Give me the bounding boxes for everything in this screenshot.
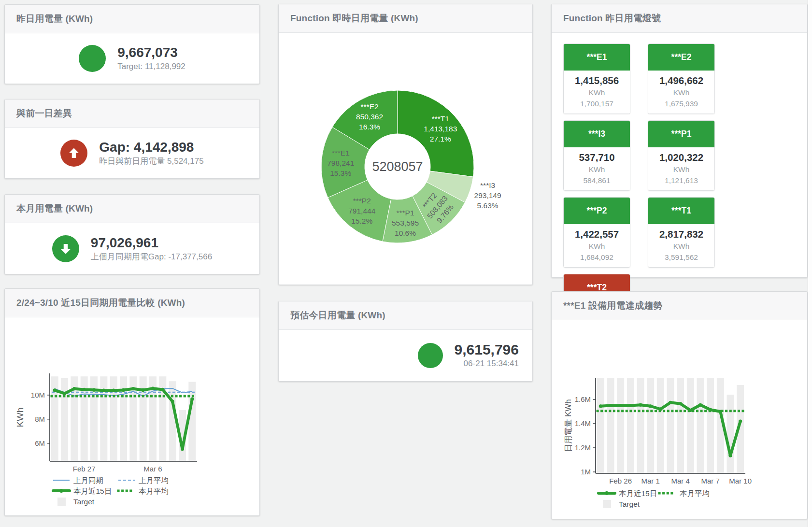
arrow-down-icon xyxy=(52,235,79,262)
tile-body: 1,422,557KWh1,684,092 xyxy=(564,224,630,267)
tile-value: 1,496,662 xyxy=(649,74,713,87)
stat-subtitle: 昨日與前日用電量 5,524,175 xyxy=(99,156,203,167)
stat-timestamp: 06-21 15:34:41 xyxy=(455,358,519,370)
panel-yesterday-usage: 昨日用電量 (KWh) 9,667,073 Target: 11,128,992 xyxy=(4,4,260,84)
legend-label[interactable]: Target xyxy=(73,498,95,506)
tile-unit: KWh xyxy=(649,164,713,175)
x-tick-label: Mar 1 xyxy=(641,477,659,485)
tile-unit: KWh xyxy=(565,164,629,175)
panel-title: Function 昨日用電燈號 xyxy=(563,12,661,25)
panel-title: 昨日用電量 (KWh) xyxy=(16,13,93,25)
y-tick-label: 1M xyxy=(581,468,591,476)
scrollbar[interactable] xyxy=(808,0,812,527)
legend-label[interactable]: 本月近15日 xyxy=(73,487,112,495)
panel-15day-compare: 2/24~3/10 近15日同期用電量比較 (KWh) 6M8M10MFeb 2… xyxy=(4,288,260,516)
donut-slice-label: ***I3293,1495.63% xyxy=(474,181,501,210)
panel-header[interactable]: ***E1 設備用電達成趨勢 xyxy=(552,292,807,320)
tile-value: 1,020,322 xyxy=(649,151,713,164)
stat-subtitle: 上個月同期用電Gap: -17,377,566 xyxy=(91,251,212,263)
legend-swatch-square xyxy=(57,498,66,506)
realtime-donut-chart[interactable]: ***T11,413,18327.1%***I3293,1495.63%***T… xyxy=(279,33,533,285)
stat-yesterday: 9,667,073 Target: 11,128,992 xyxy=(5,33,259,84)
panel-header[interactable]: Function 即時日用電量 (KWh) xyxy=(279,4,532,33)
legend-label[interactable]: 上月同期 xyxy=(73,476,103,484)
tile-status-header: ***I3 xyxy=(564,121,630,147)
tile-status-header: ***P1 xyxy=(648,121,714,147)
stat-prev-day-gap: Gap: 4,142,898 昨日與前日用電量 5,524,175 xyxy=(5,128,259,178)
energy-dashboard: 昨日用電量 (KWh) 9,667,073 Target: 11,128,992… xyxy=(0,0,812,527)
stat-value: 9,667,073 xyxy=(117,44,185,61)
tile-target-value: 584,861 xyxy=(565,175,629,186)
tile-body: 1,496,662KWh1,675,939 xyxy=(648,71,714,114)
tile-target-value: 3,591,562 xyxy=(649,252,713,263)
panel-prev-day-gap: 與前一日差異 Gap: 4,142,898 昨日與前日用電量 5,524,175 xyxy=(4,99,260,179)
tile-body: 1,020,322KWh1,121,613 xyxy=(648,147,714,190)
y-axis-label: KWh xyxy=(15,407,25,427)
tile-body: 2,817,832KWh3,591,562 xyxy=(648,224,714,267)
legend-label[interactable]: 本月平均 xyxy=(139,487,169,495)
panel-title: 與前一日差異 xyxy=(16,107,72,120)
tile-target-value: 1,121,613 xyxy=(649,175,713,186)
panel-title: ***E1 設備用電達成趨勢 xyxy=(563,299,663,312)
legend-label[interactable]: 本月近15日 xyxy=(619,489,657,498)
panel-month-usage: 本月用電量 (KWh) 97,026,961 上個月同期用電Gap: -17,3… xyxy=(4,194,260,274)
x-tick-label: Feb 27 xyxy=(73,465,96,473)
status-tile-E2: ***E21,496,662KWh1,675,939 xyxy=(648,43,715,114)
panel-title: 2/24~3/10 近15日同期用電量比較 (KWh) xyxy=(16,297,185,309)
y-tick-label: 1.2M xyxy=(575,443,591,452)
y-tick-label: 8M xyxy=(35,415,45,423)
x-tick-label: Mar 10 xyxy=(729,477,752,485)
usage-compare-chart[interactable]: 6M8M10MFeb 27Mar 6KWh上月同期上月平均本月近15日本月平均T… xyxy=(5,317,260,516)
panel-header[interactable]: 本月用電量 (KWh) xyxy=(5,195,259,223)
panel-title: Function 即時日用電量 (KWh) xyxy=(290,12,418,25)
panel-header[interactable]: Function 昨日用電燈號 xyxy=(552,4,807,33)
chart-legend: 本月近15日本月平均Target xyxy=(598,489,710,509)
tile-target-value: 1,675,939 xyxy=(649,98,713,109)
y-tick-label: 6M xyxy=(35,439,45,447)
tile-value: 2,817,832 xyxy=(649,228,713,241)
tile-status-header: ***P2 xyxy=(564,198,630,224)
tile-body: 537,710KWh584,861 xyxy=(564,147,630,190)
status-tile-T1: ***T12,817,832KWh3,591,562 xyxy=(648,197,715,268)
legend-label[interactable]: 本月平均 xyxy=(680,489,710,498)
tile-target-value: 1,684,092 xyxy=(565,252,629,263)
stat-value: 9,615,796 xyxy=(455,342,519,358)
panel-today-estimate: 預估今日用電量 (KWh) 9,615,796 06-21 15:34:41 xyxy=(278,301,533,382)
x-tick-label: Mar 4 xyxy=(671,477,689,485)
status-tile-P1: ***P11,020,322KWh1,121,613 xyxy=(648,120,715,191)
tile-value: 1,422,557 xyxy=(565,228,629,241)
tile-unit: KWh xyxy=(565,87,629,98)
panel-e1-trend: ***E1 設備用電達成趨勢 1M1.2M1.4M1.6MFeb 26Mar 1… xyxy=(551,291,808,519)
panel-header[interactable]: 昨日用電量 (KWh) xyxy=(5,5,259,33)
stat-today-estimate: 9,615,796 06-21 15:34:41 xyxy=(279,330,532,381)
chart-legend: 上月同期上月平均本月近15日本月平均Target xyxy=(53,476,169,506)
panel-header[interactable]: 預估今日用電量 (KWh) xyxy=(279,301,532,330)
tile-status-header: ***T1 xyxy=(648,198,714,224)
panel-header[interactable]: 與前一日差異 xyxy=(5,100,259,128)
target-bars xyxy=(597,378,744,473)
x-tick-label: Mar 6 xyxy=(143,465,162,473)
tile-unit: KWh xyxy=(565,241,629,252)
tile-unit: KWh xyxy=(649,87,713,98)
panel-header[interactable]: 2/24~3/10 近15日同期用電量比較 (KWh) xyxy=(5,289,259,317)
panel-title: 預估今日用電量 (KWh) xyxy=(290,309,385,322)
e1-trend-chart[interactable]: 1M1.2M1.4M1.6MFeb 26Mar 1Mar 4Mar 7Mar 1… xyxy=(552,320,808,520)
tile-value: 537,710 xyxy=(565,151,629,164)
y-tick-label: 1.4M xyxy=(575,419,591,427)
y-tick-label: 10M xyxy=(31,391,45,399)
x-tick-label: Mar 7 xyxy=(701,477,719,485)
status-tile-P2: ***P21,422,557KWh1,684,092 xyxy=(563,197,630,268)
stat-subtitle: Target: 11,128,992 xyxy=(117,61,185,72)
status-circle-icon xyxy=(79,45,106,72)
tile-unit: KWh xyxy=(649,241,713,252)
status-circle-icon xyxy=(418,343,443,368)
legend-swatch-square xyxy=(603,500,611,508)
status-tile-E1: ***E11,415,856KWh1,700,157 xyxy=(563,43,630,114)
y-axis-label: 日用電量 KWh xyxy=(564,399,573,452)
status-tile-I3: ***I3537,710KWh584,861 xyxy=(563,120,630,191)
legend-label[interactable]: Target xyxy=(619,500,640,508)
tile-body: 1,415,856KWh1,700,157 xyxy=(564,71,630,114)
legend-label[interactable]: 上月平均 xyxy=(139,476,169,484)
tile-target-value: 1,700,157 xyxy=(565,98,629,109)
donut-center-total: 5208057 xyxy=(372,159,423,174)
